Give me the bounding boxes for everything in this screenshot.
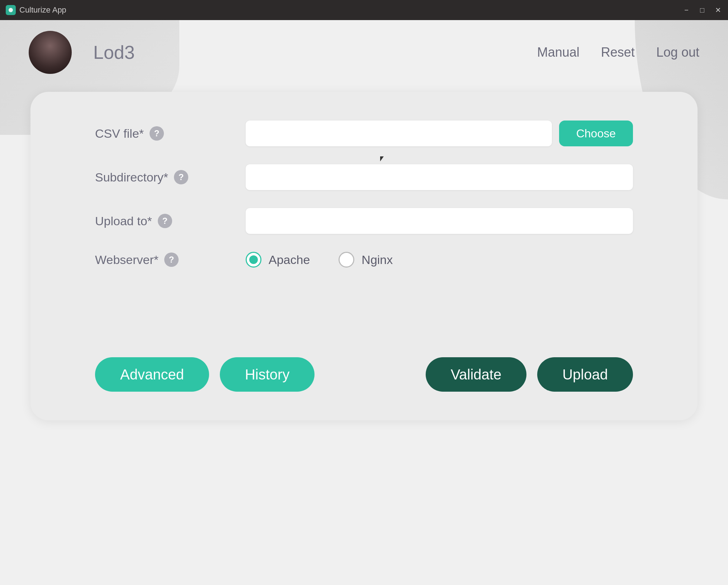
subdirectory-help-icon[interactable]: ?	[174, 170, 188, 184]
upload-to-input[interactable]	[246, 208, 633, 234]
csv-input-row: Choose	[246, 121, 633, 146]
apache-label: Apache	[269, 253, 310, 267]
manual-link[interactable]: Manual	[537, 45, 580, 60]
subdirectory-label: Subdirectory* ?	[95, 170, 246, 184]
main-area: Lod3 Manual Reset Log out CSV file* ? Ch…	[0, 20, 728, 585]
upload-to-help-icon[interactable]: ?	[158, 214, 172, 228]
logout-link[interactable]: Log out	[656, 45, 699, 60]
upload-button[interactable]: Upload	[537, 357, 633, 392]
nginx-radio[interactable]	[339, 252, 354, 268]
upload-to-label: Upload to* ?	[95, 214, 246, 228]
app-icon	[6, 5, 16, 15]
user-name: Lod3	[93, 42, 135, 63]
header: Lod3 Manual Reset Log out	[0, 20, 728, 85]
nginx-option[interactable]: Nginx	[339, 252, 393, 268]
advanced-button[interactable]: Advanced	[95, 357, 209, 392]
close-button[interactable]: ✕	[714, 6, 722, 14]
header-left: Lod3	[29, 31, 135, 74]
app-title: Culturize App	[19, 5, 66, 15]
apache-radio-dot	[249, 255, 258, 264]
choose-button[interactable]: Choose	[559, 121, 633, 146]
reset-link[interactable]: Reset	[601, 45, 635, 60]
subdirectory-input[interactable]	[246, 164, 633, 190]
csv-file-label: CSV file* ?	[95, 126, 246, 141]
webserver-row: Webserver* ? Apache Nginx	[95, 252, 633, 268]
content-wrapper: CSV file* ? Choose Subdirectory* ?	[0, 85, 728, 585]
form-spacer	[95, 286, 633, 350]
webserver-label: Webserver* ?	[95, 253, 246, 267]
apache-option[interactable]: Apache	[246, 252, 310, 268]
avatar-image	[29, 31, 72, 74]
maximize-button[interactable]: □	[698, 6, 706, 14]
svg-point-1	[9, 8, 13, 12]
titlebar: Culturize App − □ ✕	[0, 0, 728, 20]
minimize-button[interactable]: −	[682, 6, 691, 14]
titlebar-left: Culturize App	[6, 5, 66, 15]
titlebar-controls: − □ ✕	[682, 6, 722, 14]
csv-help-icon[interactable]: ?	[150, 126, 164, 141]
header-nav: Manual Reset Log out	[537, 45, 699, 60]
bottom-right-buttons: Validate Upload	[426, 357, 633, 392]
subdirectory-row: Subdirectory* ?	[95, 164, 633, 190]
history-button[interactable]: History	[220, 357, 315, 392]
webserver-help-icon[interactable]: ?	[164, 253, 179, 267]
apache-radio[interactable]	[246, 252, 261, 268]
csv-file-input[interactable]	[246, 121, 552, 146]
main-card: CSV file* ? Choose Subdirectory* ?	[30, 92, 698, 420]
bottom-buttons: Advanced History Validate Upload	[95, 357, 633, 392]
validate-button[interactable]: Validate	[426, 357, 527, 392]
upload-to-row: Upload to* ?	[95, 208, 633, 234]
avatar	[29, 31, 72, 74]
nginx-label: Nginx	[361, 253, 393, 267]
webserver-radio-group: Apache Nginx	[246, 252, 633, 268]
csv-file-row: CSV file* ? Choose	[95, 121, 633, 146]
bottom-left-buttons: Advanced History	[95, 357, 315, 392]
